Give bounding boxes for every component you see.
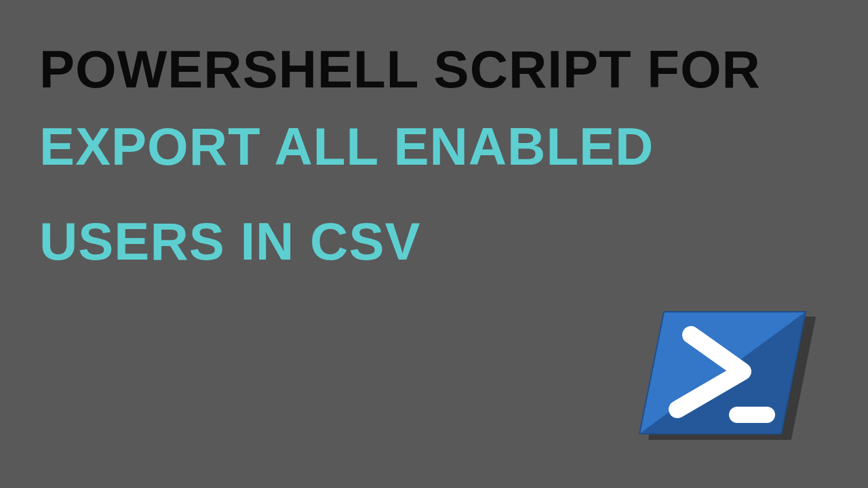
heading-line-2: EXPORT ALL ENABLED <box>39 119 841 175</box>
heading-line-3: USERS IN CSV <box>39 214 841 270</box>
title-card: POWERSHELL SCRIPT FOR EXPORT ALL ENABLED… <box>39 42 841 270</box>
powershell-icon <box>633 305 812 441</box>
svg-rect-4 <box>729 407 775 423</box>
heading-line-1: POWERSHELL SCRIPT FOR <box>39 42 841 98</box>
